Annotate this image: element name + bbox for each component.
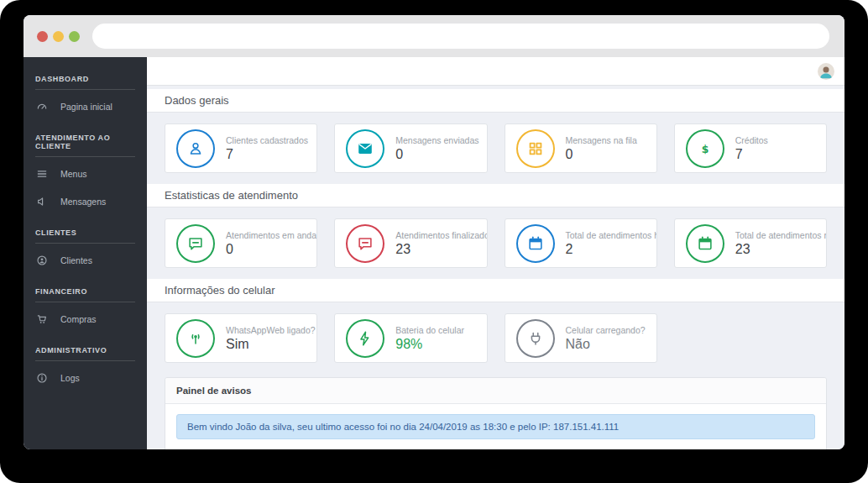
- calendar-icon: [686, 224, 724, 263]
- section-title: Informações do celular: [147, 279, 844, 302]
- grid-icon: [516, 129, 555, 168]
- sidebar-item-label: Menus: [60, 169, 87, 179]
- sidebar-item-label: Clientes: [60, 255, 92, 265]
- sidebar-section: ATENDIMENTO AO CLIENTEMenusMensagens: [24, 126, 147, 215]
- stat-card-value: 98%: [395, 337, 464, 352]
- stat-card: Clientes cadastrados7: [165, 123, 317, 173]
- stat-card-value: Não: [566, 337, 646, 352]
- stat-card: Total de atendimentos no mês23: [674, 218, 827, 268]
- stat-card-value: 0: [566, 147, 637, 162]
- stat-card-label: Bateria do celular: [395, 325, 464, 335]
- sidebar-section-heading: FINANCEIRO: [24, 280, 147, 301]
- stat-card-label: Atendimentos em andamento: [226, 230, 316, 240]
- stat-card-value: 23: [395, 242, 486, 257]
- app-root: DASHBOARDPagina inicialATENDIMENTO AO CL…: [24, 57, 844, 449]
- stat-card-label: Atendimentos finalizados: [395, 230, 486, 240]
- sidebar-section: ADMINISTRATIVOLogs: [24, 339, 147, 391]
- stat-card-text: Mensagens na fila0: [566, 135, 637, 162]
- stat-card-label: Celular carregando?: [566, 325, 646, 335]
- stat-card-text: Total de atendimentos hoje2: [566, 230, 656, 257]
- stat-card-label: Créditos: [735, 135, 768, 145]
- stat-card-label: Mensagens enviadas: [395, 135, 478, 145]
- user-avatar[interactable]: [818, 63, 834, 80]
- stat-card-label: Total de atendimentos hoje: [566, 230, 656, 240]
- stat-card: Mensagens enviadas0: [334, 123, 487, 173]
- stat-card-value: 23: [735, 242, 826, 257]
- stat-card: Mensagens na fila0: [505, 123, 657, 173]
- sidebar-divider: [35, 156, 135, 157]
- stat-card-value: 0: [226, 242, 316, 257]
- sidebar-item-clientes[interactable]: Clientes: [24, 246, 147, 274]
- notice-panel-title: Painel de avisos: [165, 378, 826, 404]
- device-frame: DASHBOARDPagina inicialATENDIMENTO AO CL…: [0, 0, 868, 483]
- stat-card: WhatsAppWeb ligado?Sim: [165, 313, 317, 363]
- user-icon: [176, 129, 215, 168]
- chat-icon: [346, 224, 384, 263]
- stat-card-row: Atendimentos em andamento0Atendimentos f…: [147, 207, 844, 279]
- stat-card-label: Total de atendimentos no mês: [735, 230, 826, 240]
- maximize-window-button[interactable]: [69, 31, 80, 42]
- info-circle-icon: [35, 371, 48, 384]
- welcome-alert: Bem vindo João da silva, seu ultimo aces…: [176, 414, 815, 439]
- stat-card: Bateria do celular98%: [334, 313, 487, 363]
- sidebar-divider: [35, 243, 135, 244]
- top-navbar: [147, 57, 844, 86]
- section-title: Estatisticas de atendimento: [147, 184, 844, 207]
- minimize-window-button[interactable]: [53, 31, 64, 42]
- calendar-icon: [516, 224, 555, 263]
- sidebar-item-label: Mensagens: [60, 197, 106, 207]
- browser-window: DASHBOARDPagina inicialATENDIMENTO AO CL…: [24, 15, 844, 449]
- stat-card-value: 0: [395, 147, 478, 162]
- stat-card-row: WhatsAppWeb ligado?SimBateria do celular…: [147, 302, 844, 374]
- browser-chrome: [24, 15, 844, 57]
- stat-card-text: Bateria do celular98%: [395, 325, 464, 352]
- sidebar-section-heading: CLIENTES: [24, 221, 147, 242]
- user-circle-icon: [35, 254, 48, 266]
- antenna-icon: [176, 319, 215, 358]
- sidebar-item-label: Logs: [60, 373, 80, 383]
- notice-panel: Painel de avisos Bem vindo João da silva…: [165, 377, 827, 449]
- plug-icon: [516, 319, 555, 358]
- bolt-icon: [346, 319, 384, 358]
- svg-text:$: $: [701, 143, 709, 155]
- stat-card-text: Créditos7: [735, 135, 768, 162]
- stat-card-text: Clientes cadastrados7: [226, 135, 308, 162]
- notice-panel-body: Bem vindo João da silva, seu ultimo aces…: [165, 404, 826, 449]
- stat-card-text: Atendimentos em andamento0: [226, 230, 316, 257]
- envelope-icon: [346, 129, 384, 168]
- sidebar-section: CLIENTESClientes: [24, 221, 147, 274]
- stat-card: Total de atendimentos hoje2: [505, 218, 657, 268]
- sidebar-section-heading: ADMINISTRATIVO: [24, 339, 147, 360]
- stat-card: Celular carregando?Não: [505, 313, 657, 363]
- traffic-lights: [24, 31, 80, 42]
- stat-card-label: WhatsAppWeb ligado?: [226, 325, 316, 335]
- cart-icon: [35, 312, 48, 325]
- stat-card-text: Total de atendimentos no mês23: [735, 230, 826, 257]
- sidebar-sections: DASHBOARDPagina inicialATENDIMENTO AO CL…: [24, 67, 147, 391]
- menu-lines-icon: [35, 167, 48, 180]
- stat-card-text: WhatsAppWeb ligado?Sim: [226, 325, 316, 352]
- sidebar-item-compras[interactable]: Compras: [24, 305, 147, 333]
- stat-card-value: 2: [566, 242, 656, 257]
- sidebar-section-heading: DASHBOARD: [24, 67, 147, 88]
- url-bar[interactable]: [92, 24, 829, 49]
- stat-card-value: 7: [735, 147, 768, 162]
- sidebar-section-heading: ATENDIMENTO AO CLIENTE: [24, 126, 147, 155]
- sidebar-divider: [35, 89, 135, 90]
- stat-card-text: Mensagens enviadas0: [395, 135, 478, 162]
- stat-card-value: 7: [226, 147, 308, 162]
- stat-card: $Créditos7: [674, 123, 827, 173]
- close-window-button[interactable]: [37, 31, 48, 42]
- stat-card-text: Celular carregando?Não: [566, 325, 646, 352]
- sidebar-item-mensagens[interactable]: Mensagens: [24, 187, 147, 215]
- sidebar: DASHBOARDPagina inicialATENDIMENTO AO CL…: [24, 57, 147, 449]
- sidebar-divider: [35, 360, 135, 361]
- chat-icon: [176, 224, 215, 263]
- sidebar-item-logs[interactable]: Logs: [24, 364, 147, 391]
- sidebar-section: FINANCEIROCompras: [24, 280, 147, 333]
- stat-card-value: Sim: [226, 337, 316, 352]
- sidebar-item-menus[interactable]: Menus: [24, 160, 147, 187]
- stat-card: Atendimentos finalizados23: [334, 218, 487, 268]
- sidebar-item-pagina-inicial[interactable]: Pagina inicial: [24, 92, 147, 120]
- sidebar-section: DASHBOARDPagina inicial: [24, 67, 147, 120]
